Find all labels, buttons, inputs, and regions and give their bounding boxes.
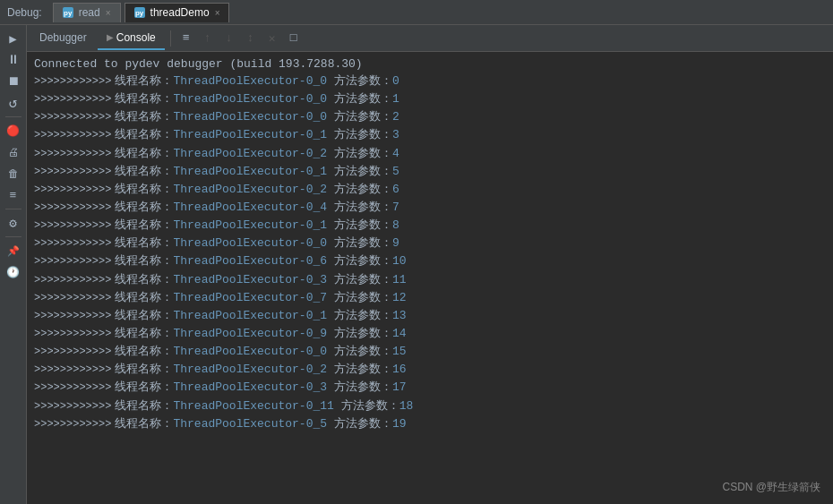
new-console-button[interactable]: □ xyxy=(284,29,304,48)
param-value-0: 0 xyxy=(392,73,399,90)
sidebar-divider-3 xyxy=(5,236,21,237)
pin-icon[interactable]: 📌 xyxy=(4,241,23,261)
filter-button[interactable]: ≡ xyxy=(176,29,196,48)
console-line: >>>>>>>>>>>>线程名称：ThreadPoolExecutor-0_1 … xyxy=(34,163,826,181)
watermark: CSDN @野生绿箭侠 xyxy=(722,480,820,495)
tab-threadDemo-icon: py xyxy=(134,7,145,18)
label-thread-13: 线程名称： xyxy=(115,307,173,325)
scroll-down-button[interactable]: ↓ xyxy=(219,29,239,48)
param-label-12: 方法参数： xyxy=(327,289,392,307)
arrows-0: >>>>>>>>>>>> xyxy=(34,73,111,90)
console-output[interactable]: Connected to pydev debugger (build 193.7… xyxy=(27,52,833,504)
scroll-both-button[interactable]: ↕ xyxy=(241,29,261,48)
stop-icon[interactable]: ⏹ xyxy=(4,72,23,91)
param-label-6: 方法参数： xyxy=(327,181,392,199)
arrows-10: >>>>>>>>>>>> xyxy=(34,253,111,270)
param-value-5: 5 xyxy=(392,163,399,181)
print-icon[interactable]: 🖨 xyxy=(4,142,23,162)
param-value-18: 18 xyxy=(399,397,414,415)
tab-debugger[interactable]: Debugger xyxy=(30,27,96,50)
thread-name-17: ThreadPoolExecutor-0_3 xyxy=(173,379,327,397)
param-value-8: 8 xyxy=(392,217,399,235)
clock-icon[interactable]: 🕐 xyxy=(4,262,23,282)
console-lines-container: >>>>>>>>>>>>线程名称：ThreadPoolExecutor-0_0 … xyxy=(34,73,826,433)
rerun-icon[interactable]: ↺ xyxy=(4,93,23,113)
title-bar: Debug: py read × py threadDemo × xyxy=(0,0,833,25)
arrows-12: >>>>>>>>>>>> xyxy=(34,290,111,307)
console-line: >>>>>>>>>>>>线程名称：ThreadPoolExecutor-0_2 … xyxy=(34,145,826,163)
label-thread-2: 线程名称： xyxy=(115,108,173,126)
label-thread-0: 线程名称： xyxy=(115,73,173,90)
param-value-6: 6 xyxy=(392,181,399,199)
arrows-7: >>>>>>>>>>>> xyxy=(34,200,111,217)
label-thread-17: 线程名称： xyxy=(115,379,173,397)
param-label-0: 方法参数： xyxy=(327,73,392,90)
pause-icon[interactable]: ⏸ xyxy=(4,50,23,70)
tab-threadDemo[interactable]: py threadDemo × xyxy=(125,3,230,22)
param-label-17: 方法参数： xyxy=(327,379,392,397)
param-label-19: 方法参数： xyxy=(327,415,392,433)
connected-message: Connected to pydev debugger (build 193.7… xyxy=(34,57,826,71)
mute-breakpoints-icon[interactable]: 🔴 xyxy=(4,121,23,141)
scroll-up-button[interactable]: ↑ xyxy=(198,29,218,48)
console-line: >>>>>>>>>>>>线程名称：ThreadPoolExecutor-0_3 … xyxy=(34,379,826,397)
debug-label: Debug: xyxy=(7,6,42,19)
console-line: >>>>>>>>>>>>线程名称：ThreadPoolExecutor-0_4 … xyxy=(34,199,826,217)
thread-name-9: ThreadPoolExecutor-0_0 xyxy=(173,235,327,252)
tab-console[interactable]: ▶ Console xyxy=(98,27,165,50)
console-line: >>>>>>>>>>>>线程名称：ThreadPoolExecutor-0_1 … xyxy=(34,126,826,144)
thread-name-6: ThreadPoolExecutor-0_2 xyxy=(173,181,327,199)
param-value-10: 10 xyxy=(392,252,407,270)
resume-icon[interactable]: ▶ xyxy=(4,29,23,48)
param-label-3: 方法参数： xyxy=(327,126,392,144)
console-line: >>>>>>>>>>>>线程名称：ThreadPoolExecutor-0_5 … xyxy=(34,415,826,433)
label-thread-18: 线程名称： xyxy=(115,397,173,415)
param-label-4: 方法参数： xyxy=(327,145,392,163)
console-line: >>>>>>>>>>>>线程名称：ThreadPoolExecutor-0_2 … xyxy=(34,361,826,379)
debug-area: Debugger ▶ Console ≡ ↑ ↓ ↕ ✕ □ Connected… xyxy=(27,25,833,504)
param-label-14: 方法参数： xyxy=(327,325,392,343)
arrows-17: >>>>>>>>>>>> xyxy=(34,380,111,397)
tab-read[interactable]: py read × xyxy=(53,3,121,22)
thread-name-7: ThreadPoolExecutor-0_4 xyxy=(173,199,327,217)
label-thread-19: 线程名称： xyxy=(115,415,173,433)
param-value-13: 13 xyxy=(392,307,407,325)
console-line: >>>>>>>>>>>>线程名称：ThreadPoolExecutor-0_0 … xyxy=(34,73,826,90)
label-thread-10: 线程名称： xyxy=(115,252,173,270)
thread-name-0: ThreadPoolExecutor-0_0 xyxy=(173,73,327,90)
arrows-18: >>>>>>>>>>>> xyxy=(34,398,111,415)
console-line: >>>>>>>>>>>>线程名称：ThreadPoolExecutor-0_2 … xyxy=(34,181,826,199)
sidebar-divider-2 xyxy=(5,209,21,209)
arrows-2: >>>>>>>>>>>> xyxy=(34,109,111,126)
arrows-8: >>>>>>>>>>>> xyxy=(34,218,111,235)
console-line: >>>>>>>>>>>>线程名称：ThreadPoolExecutor-0_1 … xyxy=(34,307,826,325)
list-icon[interactable]: ≡ xyxy=(4,185,23,205)
thread-name-19: ThreadPoolExecutor-0_5 xyxy=(173,415,327,433)
param-label-10: 方法参数： xyxy=(327,252,392,270)
thread-name-5: ThreadPoolExecutor-0_1 xyxy=(173,163,327,181)
tab-read-close[interactable]: × xyxy=(106,8,111,18)
param-label-16: 方法参数： xyxy=(327,361,392,379)
gear-icon[interactable]: ⚙ xyxy=(4,213,23,233)
param-label-11: 方法参数： xyxy=(327,271,392,289)
thread-name-13: ThreadPoolExecutor-0_1 xyxy=(173,307,327,325)
console-line: >>>>>>>>>>>>线程名称：ThreadPoolExecutor-0_0 … xyxy=(34,90,826,108)
console-line: >>>>>>>>>>>>线程名称：ThreadPoolExecutor-0_7 … xyxy=(34,289,826,307)
console-line: >>>>>>>>>>>>线程名称：ThreadPoolExecutor-0_9 … xyxy=(34,325,826,343)
label-thread-8: 线程名称： xyxy=(115,217,173,235)
debug-toolbar: Debugger ▶ Console ≡ ↑ ↓ ↕ ✕ □ xyxy=(27,25,833,52)
param-label-8: 方法参数： xyxy=(327,217,392,235)
param-label-2: 方法参数： xyxy=(327,108,392,126)
thread-name-14: ThreadPoolExecutor-0_9 xyxy=(173,325,327,343)
thread-name-2: ThreadPoolExecutor-0_0 xyxy=(173,108,327,126)
console-line: >>>>>>>>>>>>线程名称：ThreadPoolExecutor-0_6 … xyxy=(34,252,826,270)
tab-threadDemo-close[interactable]: × xyxy=(215,8,220,18)
thread-name-3: ThreadPoolExecutor-0_1 xyxy=(173,126,327,144)
clear-console-button[interactable]: ✕ xyxy=(262,29,282,48)
delete-icon[interactable]: 🗑 xyxy=(4,164,23,184)
arrows-9: >>>>>>>>>>>> xyxy=(34,235,111,252)
console-line: >>>>>>>>>>>>线程名称：ThreadPoolExecutor-0_3 … xyxy=(34,271,826,289)
thread-name-10: ThreadPoolExecutor-0_6 xyxy=(173,252,327,270)
label-thread-1: 线程名称： xyxy=(115,90,173,108)
param-value-9: 9 xyxy=(392,235,399,252)
